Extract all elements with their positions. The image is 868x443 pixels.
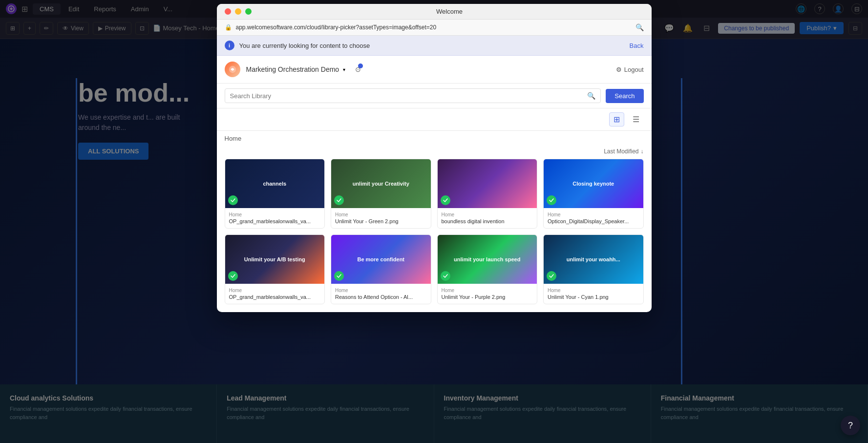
media-name: Opticon_DigitalDisplay_Speaker... bbox=[548, 218, 639, 224]
sort-label[interactable]: Last Modified ↓ bbox=[604, 148, 643, 155]
media-card[interactable]: Closing keynote Home Opticon_DigitalDisp… bbox=[543, 159, 644, 229]
modal-header-right: ⚙ Logout bbox=[616, 66, 644, 73]
thumb-bg: Unlimit your A/B testing bbox=[225, 235, 325, 284]
modal-window: Welcome 🔒 app.welcomesoftware.com/cloud/… bbox=[217, 4, 652, 312]
media-card[interactable]: unlimit your launch speed Home Unlimit Y… bbox=[437, 234, 538, 304]
media-info: Home Unlimit Your - Cyan 1.png bbox=[544, 284, 643, 304]
window-close-button[interactable] bbox=[225, 8, 231, 15]
media-location: Home bbox=[335, 288, 427, 293]
sort-bar: Last Modified ↓ bbox=[217, 146, 652, 159]
media-info: Home Reasons to Attend Opticon - Al... bbox=[331, 284, 431, 304]
media-info: Home OP_grand_marblesalonwalls_va... bbox=[225, 284, 325, 304]
thumb-badge bbox=[547, 271, 556, 281]
modal-header: Marketing Orchestration Demo ▾ ⊙ ⚙ Logou… bbox=[217, 56, 652, 84]
breadcrumb: Home bbox=[217, 131, 652, 146]
media-name: boundless digital invention bbox=[442, 218, 533, 224]
search-input-icon: 🔍 bbox=[587, 92, 595, 100]
app-selector-chevron-icon: ▾ bbox=[343, 67, 345, 72]
media-thumb: unlimit your woahh... bbox=[544, 235, 643, 284]
thumb-bg: Closing keynote bbox=[544, 159, 643, 208]
media-name: Unlimit Your - Cyan 1.png bbox=[548, 294, 639, 300]
info-text: You are currently looking for content to… bbox=[239, 42, 625, 49]
media-location: Home bbox=[548, 212, 639, 217]
breadcrumb-home[interactable]: Home bbox=[225, 135, 242, 142]
window-maximize-button[interactable] bbox=[245, 8, 252, 15]
media-name: Reasons to Attend Opticon - Al... bbox=[335, 294, 427, 300]
media-info: Home Unlimit Your - Purple 2.png bbox=[438, 284, 537, 304]
media-info: Home Unlimit Your - Green 2.png bbox=[331, 208, 431, 228]
thumb-bg: Be more confident bbox=[331, 235, 431, 284]
media-card[interactable]: unlimit your woahh... Home Unlimit Your … bbox=[543, 234, 644, 304]
media-info: Home OP_grand_marblesalonwalls_va... bbox=[225, 208, 325, 228]
modal-header-left: Marketing Orchestration Demo ▾ ⊙ bbox=[225, 62, 361, 77]
thumb-bg: unlimit your launch speed bbox=[438, 235, 537, 284]
media-thumb: Closing keynote bbox=[544, 159, 643, 208]
address-search-icon[interactable]: 🔍 bbox=[635, 23, 644, 31]
search-bar: 🔍 Search bbox=[217, 84, 652, 108]
search-input[interactable] bbox=[230, 92, 584, 100]
media-location: Home bbox=[442, 288, 533, 293]
media-thumb: channels bbox=[225, 159, 325, 208]
thumb-badge bbox=[441, 195, 450, 205]
search-button[interactable]: Search bbox=[606, 89, 643, 103]
window-minimize-button[interactable] bbox=[235, 8, 241, 15]
thumb-bg: unlimit your woahh... bbox=[544, 235, 643, 284]
media-location: Home bbox=[335, 212, 427, 217]
media-grid: channels Home OP_grand_marblesalonwalls_… bbox=[217, 159, 652, 312]
modal-title: Welcome bbox=[255, 8, 644, 15]
media-name: OP_grand_marblesalonwalls_va... bbox=[229, 218, 321, 224]
media-thumb bbox=[438, 159, 537, 208]
media-location: Home bbox=[229, 288, 321, 293]
media-card[interactable]: Unlimit your A/B testing Home OP_grand_m… bbox=[225, 234, 325, 304]
thumb-badge bbox=[228, 271, 238, 281]
search-input-wrapper: 🔍 bbox=[225, 88, 601, 103]
url-text: app.welcomesoftware.com/cloud/library-pi… bbox=[236, 24, 632, 31]
logout-button[interactable]: ⚙ Logout bbox=[616, 66, 644, 73]
media-location: Home bbox=[229, 212, 321, 217]
thumb-badge bbox=[441, 271, 450, 281]
filter-badge bbox=[358, 63, 363, 68]
modal-title-bar: Welcome bbox=[217, 4, 652, 20]
lock-icon: 🔒 bbox=[225, 24, 232, 31]
info-banner: i You are currently looking for content … bbox=[217, 36, 652, 56]
media-card[interactable]: Be more confident Home Reasons to Attend… bbox=[331, 234, 431, 304]
media-card[interactable]: Home boundless digital invention bbox=[437, 159, 538, 229]
media-location: Home bbox=[442, 212, 533, 217]
thumb-bg: unlimit your Creativity bbox=[331, 159, 431, 208]
media-card[interactable]: channels Home OP_grand_marblesalonwalls_… bbox=[225, 159, 325, 229]
media-info: Home Opticon_DigitalDisplay_Speaker... bbox=[544, 208, 643, 228]
modal-overlay: Welcome 🔒 app.welcomesoftware.com/cloud/… bbox=[0, 0, 868, 443]
account-icon: ⚙ bbox=[616, 66, 622, 73]
grid-view-button[interactable]: ⊞ bbox=[609, 112, 624, 127]
thumb-bg bbox=[438, 159, 537, 208]
app-name: Marketing Orchestration Demo bbox=[246, 65, 339, 73]
thumb-badge bbox=[334, 195, 344, 205]
media-name: Unlimit Your - Purple 2.png bbox=[442, 294, 533, 300]
back-link[interactable]: Back bbox=[630, 42, 644, 49]
app-selector[interactable]: Marketing Orchestration Demo ▾ bbox=[246, 65, 346, 73]
thumb-badge bbox=[334, 271, 344, 281]
app-logo-icon bbox=[225, 62, 240, 77]
thumb-badge bbox=[547, 195, 556, 205]
address-bar: 🔒 app.welcomesoftware.com/cloud/library-… bbox=[217, 20, 652, 36]
media-thumb: unlimit your launch speed bbox=[438, 235, 537, 284]
thumb-bg: channels bbox=[225, 159, 325, 208]
media-name: Unlimit Your - Green 2.png bbox=[335, 218, 427, 224]
media-info: Home boundless digital invention bbox=[438, 208, 537, 228]
media-card[interactable]: unlimit your Creativity Home Unlimit You… bbox=[331, 159, 431, 229]
filter-icon[interactable]: ⊙ bbox=[355, 65, 361, 73]
view-controls: ⊞ ☰ bbox=[217, 108, 652, 131]
list-view-button[interactable]: ☰ bbox=[628, 112, 644, 127]
media-thumb: Unlimit your A/B testing bbox=[225, 235, 325, 284]
media-thumb: Be more confident bbox=[331, 235, 431, 284]
media-location: Home bbox=[548, 288, 639, 293]
media-name: OP_grand_marblesalonwalls_va... bbox=[229, 294, 321, 300]
media-thumb: unlimit your Creativity bbox=[331, 159, 431, 208]
thumb-badge bbox=[228, 195, 238, 205]
info-icon: i bbox=[225, 41, 234, 50]
sort-direction-icon: ↓ bbox=[641, 148, 644, 155]
